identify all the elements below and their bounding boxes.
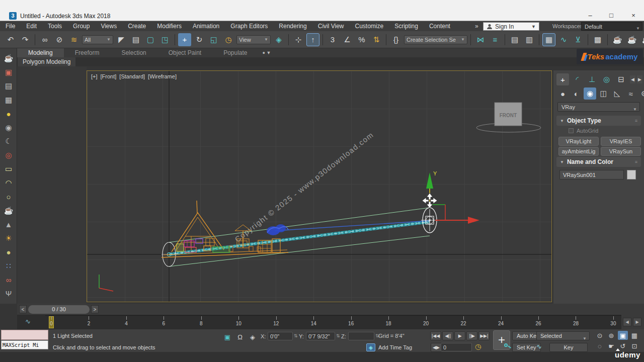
spinner-snap-icon[interactable]: ⇅ (370, 33, 383, 46)
toggle-ribbon-icon[interactable]: ▦ (542, 33, 555, 46)
percent-snap-icon[interactable]: % (355, 33, 368, 46)
use-pivot-point-center-icon[interactable]: ◈ (272, 33, 285, 46)
schedule-table-icon[interactable]: ▦ (2, 94, 15, 106)
video-camera-icon[interactable]: ◎ (2, 149, 15, 161)
layer-explorer-icon[interactable]: ▥ (523, 33, 536, 46)
minimize-button[interactable]: – (583, 11, 598, 20)
mirror-icon[interactable]: ⋈ (474, 33, 487, 46)
x-spinner[interactable]: ⇅ (294, 333, 298, 338)
vrayies-button[interactable]: VRayIES (601, 137, 641, 146)
zoom-extents-icon[interactable]: ▣ (618, 331, 628, 340)
render-window-icon[interactable]: ▣ (2, 66, 15, 78)
systems-category-icon[interactable]: ⊛ (638, 87, 644, 100)
viewport-menu-pov[interactable]: [Front] (101, 73, 117, 79)
selected-filter-dropdown[interactable]: Selected ▼ (536, 331, 590, 340)
go-to-end-button[interactable]: ▶▶| (478, 331, 490, 340)
autogrid-checkbox[interactable] (569, 128, 574, 133)
menu-item-views[interactable]: Views (95, 21, 122, 31)
menu-item-file[interactable]: File (0, 21, 21, 31)
mini-curve-editor-icon[interactable]: ∿ (25, 318, 31, 325)
render-production-icon[interactable]: ☕ (640, 33, 644, 46)
menu-item-content[interactable]: Content (424, 21, 456, 31)
vrayambientlight-button[interactable]: ayAmbientLig (558, 147, 599, 156)
select-and-link-icon[interactable]: ∞ (38, 33, 51, 46)
teapot-icon[interactable]: ☕ (2, 52, 15, 64)
go-to-start-button[interactable]: |◀◀ (430, 331, 441, 340)
menu-item-create[interactable]: Create (122, 21, 151, 31)
render-setup-icon[interactable]: ☕ (611, 33, 624, 46)
object-type-rollout[interactable]: ▼ Object Type ≡ (556, 116, 641, 126)
select-and-place-icon[interactable]: ◷ (222, 33, 235, 46)
menu-overflow-chevron[interactable]: » (475, 23, 478, 30)
play-button[interactable]: ▶ (454, 331, 465, 340)
light-lister-icon[interactable]: ● (2, 108, 15, 120)
spreadsheet-icon[interactable]: ▤ (2, 80, 15, 92)
snaps-toggle-icon[interactable]: 3 (326, 33, 339, 46)
current-frame-field[interactable]: 0 (441, 343, 472, 351)
menu-item-animation[interactable]: Animation (187, 21, 225, 31)
key-mode-toggle[interactable]: ◀▶ (431, 343, 442, 352)
molecule-icon[interactable]: ∞ (2, 274, 15, 286)
panel-scroll-left[interactable]: ◀ (630, 75, 635, 83)
particle-array-icon[interactable]: ∷ (2, 260, 15, 272)
display-tab-icon[interactable]: ⊟ (615, 73, 627, 85)
maxscript-listener-field[interactable]: MAXScript Mi (1, 340, 48, 349)
align-icon[interactable]: ≡ (489, 33, 502, 46)
viewcube[interactable]: FRONT (476, 103, 541, 132)
add-time-tag[interactable]: ◈ Add Time Tag (366, 343, 412, 351)
z-coord-field[interactable] (348, 332, 374, 340)
menu-item-civil-view[interactable]: Civil View (312, 21, 350, 31)
named-selection-sets-dropdown[interactable]: Create Selection Se▼ (404, 35, 467, 44)
default-tangents-icon[interactable]: ∿ (536, 343, 542, 350)
biped-icon[interactable]: Ψ (2, 288, 15, 300)
object-name-field[interactable]: VRaySun001 (559, 170, 624, 179)
time-slider-next-button[interactable]: > (91, 305, 99, 313)
sphere-icon[interactable]: ● (2, 246, 15, 258)
viewport-menu-shading[interactable]: [Wireframe] (148, 73, 177, 79)
viewport-canvas[interactable]: Copyright © 2025 - www.p30download.com F… (87, 70, 552, 302)
schematic-view-icon[interactable]: ⊻ (572, 33, 585, 46)
select-by-name-icon[interactable]: ▤ (129, 33, 142, 46)
key-filters-button[interactable]: Key Filters... (549, 343, 588, 352)
y-coord-field[interactable]: 0'7 9/32" (306, 332, 335, 340)
workspaces-dropdown[interactable]: Default ▼ (581, 22, 642, 31)
disc-icon[interactable]: ○ (2, 191, 15, 203)
object-color-swatch[interactable] (627, 170, 636, 179)
timeline-pan-left-button[interactable]: ◀ (623, 318, 631, 326)
rendered-frame-window-icon[interactable]: ☕ (625, 33, 638, 46)
time-configuration-icon[interactable]: ◷ (475, 342, 481, 350)
menu-item-scripting[interactable]: Scripting (389, 21, 424, 31)
curve-editor-icon[interactable]: ∿ (557, 33, 570, 46)
menu-item-modifiers[interactable]: Modifiers (151, 21, 187, 31)
zoom-icon[interactable]: ⊙ (595, 331, 605, 340)
window-crossing-icon[interactable]: ◳ (158, 33, 172, 46)
time-slider-value[interactable]: 0 / 30 (28, 305, 90, 314)
maximize-button[interactable]: □ (604, 11, 619, 20)
previous-frame-button[interactable]: ◀|| (442, 331, 453, 340)
cameras-category-icon[interactable]: ◫ (597, 87, 610, 100)
next-frame-button[interactable]: ||▶ (466, 331, 477, 340)
vraysun-button[interactable]: VRaySun (601, 147, 641, 156)
bind-to-space-warp-icon[interactable]: ≋ (67, 33, 80, 46)
ribbon-overflow-icon[interactable]: ● ▼ (259, 48, 275, 57)
create-tab-icon[interactable]: + (556, 73, 569, 85)
maxscript-mini-listener[interactable] (1, 330, 48, 340)
maximize-viewport-icon[interactable]: ⊡ (629, 341, 639, 350)
space-warps-category-icon[interactable]: ≈ (624, 87, 637, 100)
light-category-dropdown[interactable]: VRay ▼ (557, 102, 640, 112)
moon-icon[interactable]: ☾ (2, 135, 15, 147)
viewport-menu-general[interactable]: [+] (91, 73, 98, 79)
set-keys-button[interactable]: + (493, 330, 510, 350)
hierarchy-tab-icon[interactable]: ⊥ (586, 73, 598, 85)
redo-icon[interactable]: ↷ (19, 33, 32, 46)
select-and-move-icon[interactable]: + (178, 33, 191, 46)
ribbon-tab-selection[interactable]: Selection (110, 48, 157, 57)
zoom-region-icon[interactable]: ◌ (595, 341, 605, 350)
edit-named-selection-sets-icon[interactable]: {} (389, 33, 403, 46)
undo-icon[interactable]: ↶ (4, 33, 17, 46)
helpers-category-icon[interactable]: ◺ (611, 87, 623, 100)
zoom-all-icon[interactable]: ⊚ (606, 331, 616, 340)
ribbon-tab-freeform[interactable]: Freeform (64, 48, 111, 57)
selection-lock-icon[interactable]: Ω (235, 332, 245, 341)
y-spinner[interactable]: ⇅ (336, 333, 340, 338)
